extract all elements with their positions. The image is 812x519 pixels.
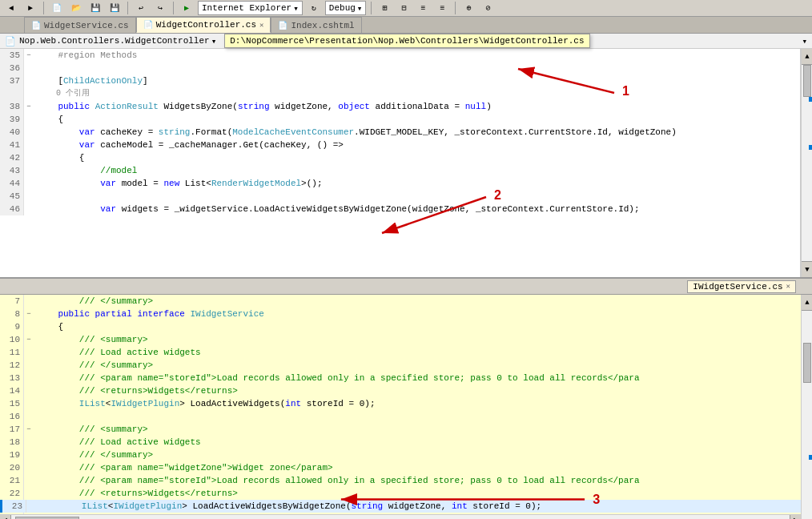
tab-widgetservice[interactable]: 📄 WidgetService.cs: [24, 17, 136, 33]
toolbar-btn-save-all[interactable]: 💾: [107, 0, 123, 16]
table-row: 43 //model: [0, 164, 800, 177]
panel-title-text: IWidgetService.cs: [693, 282, 782, 292]
tabs-bar: 📄 WidgetService.cs 📄 WidgetController.cs…: [0, 17, 812, 34]
path-end-dropdown[interactable]: ▾: [802, 36, 807, 46]
toolbar-btn-open[interactable]: 📂: [68, 0, 84, 16]
table-row: 22 /// <returns>Widgets</returns>: [0, 487, 801, 500]
toolbar-btn-misc5[interactable]: ⊕: [460, 0, 476, 16]
table-row: 18 /// Load active widgets: [0, 436, 801, 449]
table-row: 11 /// Load active widgets: [0, 346, 801, 359]
table-row: 15 IList<IWidgetPlugin> LoadActiveWidget…: [0, 397, 801, 410]
toolbar-btn-misc6[interactable]: ⊘: [480, 0, 496, 16]
table-row: 36: [0, 62, 800, 74]
toolbar-btn-undo[interactable]: ↩: [133, 0, 149, 16]
toolbar-btn-save[interactable]: 💾: [87, 0, 103, 16]
scroll-thumb-bottom[interactable]: [803, 343, 811, 383]
path-dropdown-btn[interactable]: ▾: [211, 36, 217, 46]
tab-indexcshtml[interactable]: 📄 Index.cshtml: [271, 17, 361, 33]
toolbar-btn-misc4[interactable]: ≡: [434, 0, 450, 16]
table-row: 19 /// </summary>: [0, 449, 801, 461]
panel-title-tag: IWidgetService.cs ✕: [687, 280, 796, 293]
toolbar-sep-4: [371, 2, 372, 14]
hscroll-right-btn[interactable]: ►: [790, 515, 801, 520]
table-row: 20 /// <param name="widgetZone">Widget z…: [0, 461, 801, 474]
hscroll-left-btn[interactable]: ◄: [0, 515, 11, 520]
toolbar-btn-forward[interactable]: ►: [22, 0, 38, 16]
table-row: 42 {: [0, 151, 800, 164]
toolbar-btn-run[interactable]: ▶: [179, 0, 195, 16]
table-row: 40 var cacheKey = string.Format(ModelCac…: [0, 126, 800, 139]
tooltip-popup: D:\NopCommerce\Presentation\Nop.Web\Cont…: [224, 34, 589, 48]
top-vscrollbar[interactable]: ▲ ▼: [801, 49, 812, 277]
scroll-marker-1: [809, 97, 812, 102]
scroll-down-btn[interactable]: ▼: [802, 261, 812, 277]
toolbar-btn-misc2[interactable]: ⊟: [396, 0, 412, 16]
table-row: 23 IList<IWidgetPlugin> LoadActiveWidget…: [0, 500, 801, 513]
tab-widgetcontroller[interactable]: 📄 WidgetController.cs ✕: [136, 17, 271, 33]
toolbar-btn-back[interactable]: ◄: [3, 0, 19, 16]
top-code-editor: 35 − #region Methods 36 37 [ChildActionO…: [0, 49, 801, 277]
hscroll-thumb[interactable]: [15, 517, 79, 520]
table-row: 13 /// <param name="storeId">Load record…: [0, 372, 801, 384]
scroll-thumb-top[interactable]: [803, 65, 811, 97]
toolbar: ◄ ► 📄 📂 💾 💾 ↩ ↪ ▶ Internet Explorer ▾ ↻ …: [0, 0, 812, 17]
path-icon: 📄: [5, 36, 16, 46]
bottom-panel-header: IWidgetService.cs ✕: [0, 279, 812, 295]
scroll-marker-bottom: [809, 455, 812, 460]
toolbar-btn-misc1[interactable]: ⊞: [376, 0, 392, 16]
table-row: 41 var cacheModel = _cacheManager.Get(ca…: [0, 139, 800, 151]
table-row: 21 /// <param name="storeId">Load record…: [0, 474, 801, 487]
toolbar-btn-redo[interactable]: ↪: [152, 0, 168, 16]
tab-close-widgetcontroller[interactable]: ✕: [259, 21, 263, 30]
toolbar-btn-new[interactable]: 📄: [49, 0, 65, 16]
table-row: 44 var model = new List<RenderWidgetMode…: [0, 177, 800, 190]
toolbar-btn-refresh[interactable]: ↻: [306, 0, 322, 16]
toolbar-sep-3: [173, 2, 174, 14]
table-row: 12 /// </summary>: [0, 359, 801, 372]
toolbar-sep-1: [43, 2, 44, 14]
table-row: 46 var widgets = _widgetService.LoadActi…: [0, 203, 800, 215]
table-row: 7 /// </summary>: [0, 295, 801, 308]
scroll-up-btn[interactable]: ▲: [802, 49, 812, 65]
table-row: 16: [0, 410, 801, 423]
debug-dropdown[interactable]: Debug ▾: [325, 1, 367, 15]
table-row: 8 − public partial interface IWidgetServ…: [0, 308, 801, 320]
browser-dropdown[interactable]: Internet Explorer ▾: [198, 1, 303, 15]
table-row: 14 /// <returns>Widgets</returns>: [0, 384, 801, 397]
bottom-panel: IWidgetService.cs ✕ 7 /// </summary> 8 −…: [0, 277, 812, 519]
table-row: 37 [ChildActionOnly]: [0, 74, 800, 87]
bottom-code-content: 7 /// </summary> 8 − public partial inte…: [0, 295, 812, 519]
toolbar-sep-2: [127, 2, 128, 14]
table-row: 9 {: [0, 320, 801, 333]
bottom-hscrollbar[interactable]: ◄ ►: [0, 514, 801, 519]
path-bar: 📄 Nop.Web.Controllers.WidgetController ▾…: [0, 34, 812, 49]
scroll-up-btn-2[interactable]: ▲: [802, 295, 812, 311]
table-row: 39 {: [0, 113, 800, 126]
table-row: 17 − /// <summary>: [0, 423, 801, 436]
path-text: Nop.Web.Controllers.WidgetController: [19, 36, 210, 46]
bottom-vscrollbar[interactable]: ▲: [801, 295, 812, 519]
table-row: 45: [0, 190, 800, 203]
toolbar-sep-5: [455, 2, 456, 14]
table-row: 10 − /// <summary>: [0, 333, 801, 346]
top-editor-pane: 35 − #region Methods 36 37 [ChildActionO…: [0, 49, 812, 277]
panel-close-btn[interactable]: ✕: [786, 282, 790, 291]
table-row: 35 − #region Methods: [0, 49, 800, 62]
scroll-marker-2: [809, 145, 812, 150]
toolbar-btn-misc3[interactable]: ≡: [415, 0, 431, 16]
table-row: 0 个引用: [0, 87, 800, 100]
bottom-code-lines: 7 /// </summary> 8 − public partial inte…: [0, 295, 801, 519]
table-row: 38 − public ActionResult WidgetsByZone(s…: [0, 100, 800, 113]
